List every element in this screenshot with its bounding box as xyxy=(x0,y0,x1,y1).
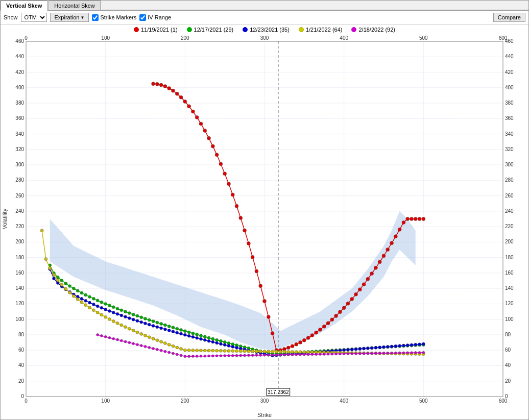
main-chart xyxy=(1,34,528,419)
iv-range-checkbox[interactable] xyxy=(139,14,146,21)
legend: 11/19/2021 (1) 12/17/2021 (29) 12/23/202… xyxy=(1,24,528,34)
legend-label-2: 12/17/2021 (29) xyxy=(194,27,234,33)
legend-label-1: 11/19/2021 (1) xyxy=(141,27,178,33)
strike-markers-group: Strike Markers xyxy=(92,14,136,21)
tab-vertical-skew[interactable]: Vertical Skew xyxy=(1,1,47,11)
legend-dot-3 xyxy=(243,27,248,32)
expiration-button[interactable]: Expiration ▼ xyxy=(50,13,89,22)
show-label: Show xyxy=(4,14,18,20)
toolbar: Show OTM All Puts Calls Expiration ▼ Str… xyxy=(1,11,528,24)
iv-range-label: IV Range xyxy=(148,14,171,20)
app-container: Vertical Skew Horizontal Skew Show OTM A… xyxy=(0,0,529,420)
dropdown-arrow-icon: ▼ xyxy=(80,15,84,20)
legend-item-1: 11/19/2021 (1) xyxy=(134,27,178,33)
chart-wrapper xyxy=(1,34,528,419)
legend-dot-2 xyxy=(187,27,192,32)
legend-label-3: 12/23/2021 (35) xyxy=(250,27,290,33)
tab-horizontal-skew[interactable]: Horizontal Skew xyxy=(49,1,100,10)
compare-button[interactable]: Compare xyxy=(493,13,525,22)
legend-item-2: 12/17/2021 (29) xyxy=(187,27,234,33)
show-select[interactable]: OTM All Puts Calls xyxy=(21,13,47,22)
legend-item-3: 12/23/2021 (35) xyxy=(243,27,290,33)
legend-dot-4 xyxy=(299,27,304,32)
legend-dot-5 xyxy=(351,27,356,32)
legend-item-4: 1/21/2022 (64) xyxy=(299,27,343,33)
strike-markers-checkbox[interactable] xyxy=(92,14,99,21)
iv-range-group: IV Range xyxy=(139,14,171,21)
legend-label-4: 1/21/2022 (64) xyxy=(306,27,343,33)
strike-markers-label: Strike Markers xyxy=(100,14,136,20)
expiration-label: Expiration xyxy=(55,14,80,20)
legend-item-5: 2/18/2022 (92) xyxy=(351,27,395,33)
tab-bar: Vertical Skew Horizontal Skew xyxy=(1,1,528,11)
legend-label-5: 2/18/2022 (92) xyxy=(358,27,395,33)
legend-dot-1 xyxy=(134,27,139,32)
